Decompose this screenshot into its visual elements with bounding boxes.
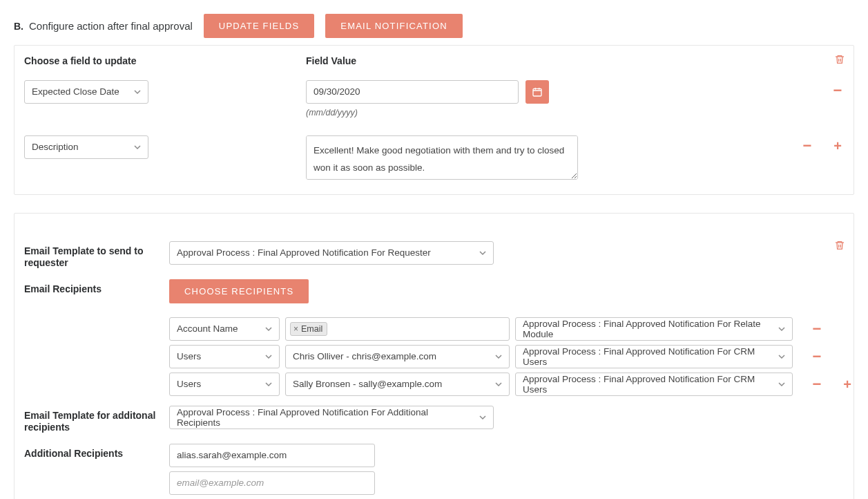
template-requester-label: Email Template to send to requester [24,241,169,270]
add-row-button[interactable]: + [831,140,844,152]
date-format-hint: (mm/dd/yyyy) [306,108,793,117]
field-update-row: Expected Close Date [24,80,844,117]
chevron-down-icon [262,318,275,340]
date-input[interactable] [306,80,519,104]
additional-recipients-list [169,444,853,500]
recipient-template-select[interactable]: Approval Process : Final Approved Notifi… [515,317,793,341]
trash-icon[interactable] [833,53,847,66]
chevron-down-icon [775,373,788,395]
recipient-row: Account Name × Email Approval Process [169,317,853,341]
chevron-down-icon [131,81,144,103]
recipient-row: Users Sally Bronsen - sally@example.com … [169,373,853,396]
chevron-down-icon [262,346,275,368]
remove-row-button[interactable]: − [831,84,844,97]
calendar-button[interactable] [525,80,549,104]
recipient-user-select[interactable]: Chris Olliver - chris@example.com [285,345,510,368]
recipient-source-select[interactable]: Users [169,345,280,368]
update-fields-panel: Choose a field to update Field Value Exp… [14,45,854,195]
tag-label: Email [301,324,322,334]
svg-rect-0 [533,88,541,96]
description-textarea[interactable] [306,135,578,180]
recipient-source-select[interactable]: Account Name [169,317,280,341]
additional-recipients-label: Additional Recipients [24,444,169,460]
recipient-source-value: Users [177,351,201,361]
chevron-down-icon [476,242,489,264]
choose-recipients-button[interactable]: CHOOSE RECIPIENTS [169,279,309,303]
field-select[interactable]: Expected Close Date [24,80,148,104]
field-update-row: Description − + [24,135,844,182]
recipient-source-value: Users [177,379,201,389]
trash-icon[interactable] [833,238,847,252]
recipient-template-select[interactable]: Approval Process : Final Approved Notifi… [515,345,793,368]
recipient-template-value: Approval Process : Final Approved Notifi… [523,319,773,339]
remove-recipient-button[interactable]: − [811,323,823,335]
email-recipients-label: Email Recipients [24,279,169,296]
chevron-down-icon [476,406,489,429]
email-notification-button[interactable]: EMAIL NOTIFICATION [325,14,463,38]
recipient-row: Users Chris Olliver - chris@example.com … [169,345,853,368]
chevron-down-icon [131,136,144,158]
recipient-user-value: Chris Olliver - chris@example.com [293,351,436,361]
recipient-field-tag-input[interactable]: × Email [285,317,510,341]
field-select-value: Description [32,142,79,152]
section-title: Configure action after final approval [29,20,193,32]
email-tag: × Email [290,322,327,336]
field-value-label: Field Value [306,55,844,68]
recipient-source-value: Account Name [177,323,238,334]
remove-recipient-button[interactable]: − [811,350,823,363]
chevron-down-icon [492,373,505,395]
add-recipient-button[interactable]: + [841,378,853,390]
recipient-template-value: Approval Process : Final Approved Notifi… [523,374,773,395]
template-additional-value: Approval Process : Final Approved Notifi… [177,407,474,428]
field-select-value: Expected Close Date [32,86,119,97]
chevron-down-icon [492,346,505,368]
recipient-user-value: Sally Bronsen - sally@example.com [293,379,442,389]
recipient-template-select[interactable]: Approval Process : Final Approved Notifi… [515,373,793,396]
template-requester-select[interactable]: Approval Process : Final Approved Notifi… [169,241,494,265]
chevron-down-icon [262,373,275,395]
recipient-user-select[interactable]: Sally Bronsen - sally@example.com [285,373,510,396]
choose-field-label: Choose a field to update [24,55,306,68]
section-header: B. Configure action after final approval… [14,14,854,38]
template-additional-label: Email Template for additonal recipients [24,406,169,434]
remove-tag-button[interactable]: × [293,324,298,334]
additional-recipient-input[interactable] [169,471,375,495]
remove-row-button[interactable]: − [801,140,813,152]
update-fields-button[interactable]: UPDATE FIELDS [204,14,315,38]
recipient-template-value: Approval Process : Final Approved Notifi… [523,346,773,367]
template-additional-select[interactable]: Approval Process : Final Approved Notifi… [169,406,494,429]
recipient-source-select[interactable]: Users [169,373,280,396]
chevron-down-icon [775,318,788,340]
additional-recipient-input[interactable] [169,444,375,467]
step-letter: B. [14,21,23,32]
template-requester-value: Approval Process : Final Approved Notifi… [177,247,431,258]
remove-recipient-button[interactable]: − [811,378,823,390]
field-select[interactable]: Description [24,135,148,159]
email-notification-panel: Email Template to send to requester Appr… [14,213,854,500]
chevron-down-icon [775,346,788,368]
calendar-icon [532,86,543,97]
